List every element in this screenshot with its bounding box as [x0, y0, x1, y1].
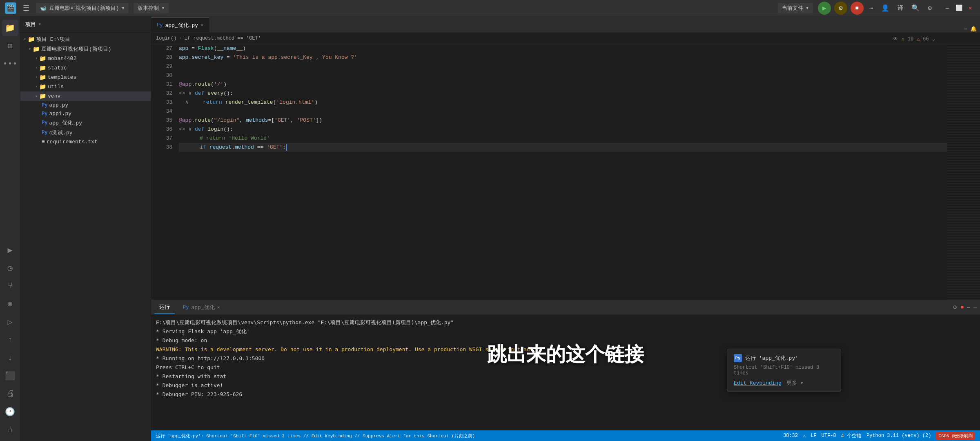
- code-editor[interactable]: app = Flask(__name__) app.secret_key = '…: [176, 44, 947, 300]
- status-lf[interactable]: LF: [811, 433, 816, 439]
- layers-icon[interactable]: ⊗: [2, 296, 18, 312]
- overlay-text: 跳出来的这个链接: [487, 343, 644, 365]
- terminal-line-7: * Debugger is active!: [156, 381, 975, 390]
- status-indent[interactable]: 4 个空格: [841, 432, 862, 439]
- root-folder-icon: 📁: [28, 36, 35, 43]
- tab-close-icon[interactable]: ✕: [200, 22, 203, 28]
- code-line-38: if request.method == 'GET':: [179, 143, 947, 152]
- titlebar-actions: ▶ ⚙ ■ ⋯ 👤 译 🔍 ⚙: [818, 2, 934, 15]
- tooltip-title: 运行 'app_优化.py': [745, 354, 798, 362]
- explorer-icon[interactable]: 📁: [2, 20, 18, 36]
- tree-req-txt[interactable]: ≡ requirements.txt: [20, 138, 151, 146]
- user-icon[interactable]: 👤: [879, 2, 892, 14]
- tab-icon: Py: [157, 22, 163, 28]
- branch-icon[interactable]: ⑃: [2, 421, 18, 438]
- code-line-33: ∧ return render_template('login.html'): [179, 98, 947, 107]
- moban-chevron: ›: [35, 56, 38, 61]
- tree-root[interactable]: ▾ 📁 项目 E:\项目: [20, 34, 151, 44]
- tooltip-py-icon: Py: [734, 354, 742, 362]
- translate-icon[interactable]: 译: [895, 3, 906, 13]
- tree-utils[interactable]: › 📁 utils: [20, 82, 151, 91]
- tooltip-edit-keybinding[interactable]: Edit Keybinding: [734, 380, 782, 386]
- status-encoding[interactable]: UTF-8: [822, 433, 836, 439]
- gear-icon[interactable]: ⚙: [925, 2, 934, 14]
- more-button[interactable]: ⋯: [867, 2, 876, 14]
- maximize-button[interactable]: ⬜: [954, 3, 964, 13]
- more-actions-icon[interactable]: •••: [2, 56, 18, 72]
- tab-actions-icon[interactable]: ⋯: [964, 26, 967, 32]
- editor-warnings: 👁 ⚠ 10 △ 66 ⌄: [893, 36, 935, 42]
- tab-appopt[interactable]: Py app_优化.py ✕: [151, 18, 209, 32]
- file-label: 当前文件: [782, 4, 803, 12]
- terminal-tab-run[interactable]: 运行: [154, 301, 175, 314]
- sidebar-dropdown[interactable]: ▾: [38, 21, 41, 27]
- line-numbers: 27 28 29 30 31 32 33 34 35 36 37 38: [151, 44, 176, 300]
- tree-templates[interactable]: › 📁 templates: [20, 73, 151, 82]
- breadcrumb-func: login(): [156, 36, 176, 41]
- tree-app-py[interactable]: Py app.py: [20, 101, 151, 109]
- tree-project[interactable]: ▾ 📁 豆瓣电影可视化项目(新项目): [20, 44, 151, 54]
- settings-button[interactable]: ⚙: [834, 2, 847, 15]
- req-txt-label: requirements.txt: [47, 139, 98, 145]
- run2-icon[interactable]: ▷: [2, 314, 18, 330]
- terminal-restart-icon[interactable]: ⟳: [953, 304, 958, 311]
- project-folder-icon: 📁: [33, 46, 40, 53]
- tree-ctest-py[interactable]: Py c测试.py: [20, 128, 151, 138]
- project-selector[interactable]: 🐋 豆瓣电影可视化项目(新项目) ▾: [36, 3, 129, 13]
- tab-bell-icon[interactable]: 🔔: [970, 26, 977, 32]
- terminal-url-link[interactable]: http://127.0.0.1:5000: [198, 355, 265, 361]
- run-debug-icon[interactable]: ▶: [2, 242, 18, 258]
- status-python[interactable]: Python 3.11 (venv) (2): [866, 433, 931, 439]
- app-py-label: app.py: [49, 102, 68, 108]
- root-chevron: ▾: [24, 37, 26, 42]
- editor-content: 27 28 29 30 31 32 33 34 35 36 37 38 app …: [151, 44, 980, 300]
- file-selector[interactable]: 当前文件 ▾: [778, 3, 813, 13]
- menu-button[interactable]: ☰: [21, 2, 31, 14]
- appopt-py-label: app_优化.py: [49, 119, 82, 127]
- vcs-selector[interactable]: 版本控制 ▾: [134, 3, 169, 13]
- clock-icon[interactable]: 🕐: [2, 403, 18, 420]
- utils-chevron: ›: [35, 85, 38, 89]
- code-line-30: [179, 71, 947, 80]
- minimize-button[interactable]: —: [942, 3, 952, 13]
- venv-chevron: ▾: [35, 94, 38, 99]
- tree-appopt-py[interactable]: Py app_优化.py: [20, 118, 151, 128]
- terminal-stop-icon[interactable]: ■: [961, 304, 964, 310]
- terminal-more-icon[interactable]: ⋯: [967, 304, 970, 311]
- tree-venv[interactable]: ▾ 📁 venv: [20, 91, 151, 101]
- static-icon: 📁: [39, 65, 46, 71]
- expand-icon[interactable]: ⌄: [932, 36, 935, 42]
- run-button[interactable]: ▶: [818, 2, 831, 15]
- terminal-icon[interactable]: ⬛: [2, 368, 18, 384]
- terminal-body: E:\项目\豆瓣电影可视化系统项目\venv\Scripts\python.ex…: [151, 315, 980, 430]
- status-csdn: CSDN @云纸刷刷: [936, 432, 975, 440]
- tooltip-more[interactable]: 更多 ▾: [786, 379, 804, 387]
- tab-label: app_优化.py: [165, 22, 198, 29]
- search-icon[interactable]: 🔍: [909, 2, 922, 14]
- tree-app1-py[interactable]: Py app1.py: [20, 109, 151, 118]
- run-label: 运行: [159, 303, 170, 311]
- terminal-py-icon: Py: [183, 305, 189, 310]
- down-icon[interactable]: ↓: [2, 350, 18, 366]
- terminal-run-path: E:\项目\豆瓣电影可视化系统项目\venv\Scripts\python.ex…: [156, 319, 454, 325]
- terminal-tab-appopt[interactable]: Py app_优化 ✕: [178, 301, 225, 314]
- big-text-overlay: 跳出来的这个链接: [487, 341, 644, 368]
- components-icon[interactable]: ⊞: [2, 38, 18, 54]
- tree-static[interactable]: › 📁 static: [20, 63, 151, 73]
- status-position[interactable]: 38:32: [783, 433, 798, 439]
- print-icon[interactable]: 🖨: [2, 385, 18, 402]
- app-py-icon: Py: [42, 102, 47, 108]
- vcs-arrow: ▾: [161, 5, 165, 11]
- tree-moban[interactable]: › 📁 moban4402: [20, 54, 151, 63]
- project-icon: 🐋: [40, 5, 47, 11]
- stop-button[interactable]: ■: [851, 2, 864, 15]
- terminal-minimize-icon[interactable]: —: [973, 304, 977, 310]
- close-button[interactable]: ✕: [965, 3, 975, 13]
- req-txt-icon: ≡: [42, 139, 45, 145]
- git-icon[interactable]: ⑂: [2, 278, 18, 294]
- time-icon[interactable]: ◷: [2, 260, 18, 276]
- terminal-appopt-close[interactable]: ✕: [217, 305, 220, 310]
- utils-icon: 📁: [39, 83, 46, 90]
- up-icon[interactable]: ↑: [2, 332, 18, 348]
- sidebar-header: 项目 ▾: [20, 16, 151, 33]
